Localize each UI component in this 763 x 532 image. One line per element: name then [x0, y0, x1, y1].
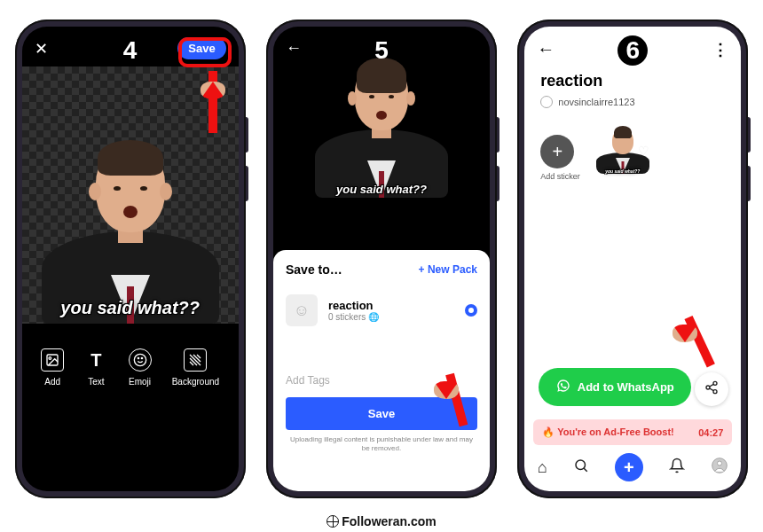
tool-emoji[interactable]: Emoji	[129, 348, 152, 387]
nav-home-icon[interactable]: ⌂	[538, 458, 547, 477]
add-sticker-label: Add sticker	[540, 172, 580, 181]
pack-row[interactable]: ☺ reaction 0 stickers 🌐	[286, 291, 477, 330]
sheet-title: Save to…	[286, 262, 342, 277]
editor-toolbar: Add T Text Emoji Background	[22, 324, 239, 387]
tool-label: Emoji	[129, 377, 151, 387]
disclaimer-text: Uploading illegal content is punishable …	[286, 435, 477, 454]
back-icon[interactable]: ←	[537, 39, 555, 59]
share-button[interactable]	[695, 372, 728, 406]
annotation-arrow-down	[684, 317, 693, 371]
svg-point-7	[713, 390, 717, 394]
step-number-4: 4	[115, 35, 146, 66]
share-icon	[704, 380, 719, 398]
whatsapp-button-label: Add to WhatsApp	[578, 380, 674, 394]
phone-step-6: 6 ← ⋮ reaction novsinclairre1123 + Add s…	[517, 20, 748, 498]
globe-icon: 🌐	[368, 312, 379, 322]
nav-create-button[interactable]: +	[615, 453, 643, 481]
svg-point-8	[576, 460, 586, 470]
phone-step-4: 4 ✕ Save you said what??	[15, 20, 246, 498]
more-icon[interactable]: ⋮	[712, 40, 728, 59]
add-sticker-button[interactable]: + Add sticker	[540, 135, 580, 181]
sticker-preview: you said what??	[42, 155, 219, 324]
phone-step-5: 5 ← you said what?? Save to… + New Pack	[266, 20, 497, 498]
new-pack-button[interactable]: + New Pack	[419, 263, 477, 276]
pack-name: reaction	[328, 299, 379, 312]
sticker-caption: you said what??	[315, 183, 448, 196]
bottom-nav: ⌂ +	[524, 449, 741, 486]
footer-credit: Followeran.com	[0, 514, 763, 528]
username: novsinclairre1123	[558, 97, 634, 107]
tool-background[interactable]: Background	[172, 348, 219, 387]
author-row[interactable]: novsinclairre1123	[524, 90, 741, 113]
sticker-thumbnail[interactable]: you said what??	[596, 135, 649, 174]
boost-banner[interactable]: 🔥 You're on Ad-Free Boost! 04:27	[533, 419, 732, 445]
annotation-arrow-up	[208, 71, 217, 133]
fire-icon: 🔥	[542, 426, 555, 437]
svg-point-6	[706, 386, 710, 389]
sticker-caption: you said what??	[42, 298, 219, 318]
nav-search-icon[interactable]	[573, 458, 589, 478]
svg-point-2	[134, 354, 146, 365]
radio-selected-icon[interactable]	[465, 304, 477, 317]
sticker-preview: you said what??	[315, 74, 448, 198]
add-to-whatsapp-button[interactable]: Add to WhatsApp	[539, 368, 691, 406]
image-icon	[41, 348, 64, 372]
tool-label: Add	[44, 377, 60, 387]
sticker-caption: you said what??	[596, 168, 649, 174]
close-icon[interactable]: ✕	[35, 39, 48, 59]
background-icon	[184, 348, 207, 372]
nav-notifications-icon[interactable]	[669, 458, 685, 478]
save-sheet: Save to… + New Pack ☺ reaction 0 sticker…	[273, 250, 490, 491]
text-icon: T	[84, 348, 107, 372]
back-icon[interactable]: ←	[286, 39, 302, 57]
pack-thumbnail-icon: ☺	[286, 294, 318, 326]
tool-label: Text	[88, 377, 104, 387]
nav-profile-icon[interactable]	[711, 457, 728, 479]
tool-add[interactable]: Add	[41, 348, 64, 387]
user-avatar-icon	[540, 96, 553, 108]
svg-point-10	[717, 461, 721, 466]
globe-icon	[326, 515, 339, 528]
tool-text[interactable]: T Text	[84, 348, 107, 387]
plus-icon: +	[540, 135, 574, 168]
annotation-arrow-down	[445, 374, 454, 427]
whatsapp-icon	[556, 379, 570, 395]
boost-timer: 04:27	[698, 427, 723, 438]
boost-text: You're on Ad-Free Boost!	[557, 426, 674, 437]
emoji-icon	[129, 348, 152, 372]
svg-point-3	[138, 357, 138, 358]
sticker-canvas[interactable]: you said what??	[22, 66, 239, 324]
tool-label: Background	[172, 377, 219, 387]
highlight-rectangle	[178, 37, 232, 67]
svg-point-5	[713, 381, 717, 385]
svg-point-1	[49, 357, 51, 360]
svg-point-4	[141, 357, 142, 358]
step-number-5: 5	[366, 35, 397, 66]
pack-subtitle: 0 stickers	[328, 312, 366, 322]
page-title: reaction	[524, 72, 741, 90]
step-number-6: 6	[617, 35, 648, 66]
